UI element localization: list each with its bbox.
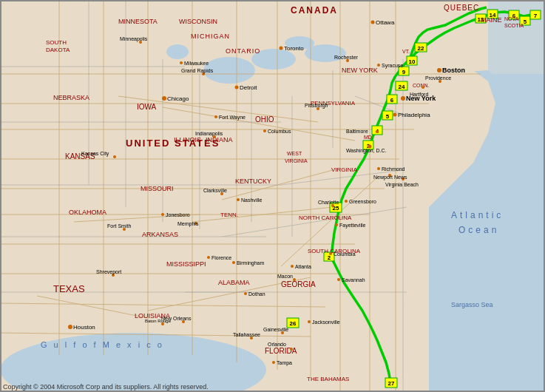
svg-text:MAINE: MAINE [481, 16, 502, 24]
svg-text:Indianapolis: Indianapolis [195, 131, 223, 137]
svg-text:2: 2 [328, 254, 331, 261]
svg-text:Fayetteville: Fayetteville [339, 223, 366, 229]
svg-text:Charlotte: Charlotte [318, 200, 339, 205]
svg-text:Virginia Beach: Virginia Beach [385, 182, 419, 188]
svg-text:SCOTIA: SCOTIA [504, 23, 524, 28]
svg-text:Macon: Macon [277, 274, 293, 279]
svg-text:Grand Rapids: Grand Rapids [181, 68, 214, 74]
svg-text:SOUTH: SOUTH [46, 39, 67, 46]
svg-text:Baltimore: Baltimore [346, 129, 368, 134]
svg-text:10: 10 [409, 58, 416, 65]
svg-text:OHIO: OHIO [255, 115, 274, 124]
svg-text:Sargasso Sea: Sargasso Sea [451, 301, 493, 308]
svg-text:Rochester: Rochester [334, 55, 359, 60]
svg-point-129 [162, 96, 166, 101]
svg-text:INDIANA: INDIANA [206, 136, 233, 143]
svg-text:Boston: Boston [442, 67, 465, 74]
svg-text:OKLAHOMA: OKLAHOMA [69, 209, 106, 216]
svg-text:NEW YORK: NEW YORK [342, 67, 378, 74]
svg-text:27: 27 [388, 380, 395, 387]
svg-text:Detroit: Detroit [240, 84, 257, 91]
svg-text:Providence: Providence [425, 75, 451, 81]
svg-point-179 [422, 86, 424, 89]
svg-text:QUEBEC: QUEBEC [444, 4, 479, 12]
svg-text:MISSISSIPPI: MISSISSIPPI [166, 260, 206, 268]
svg-text:MINNESOTA: MINNESOTA [118, 18, 158, 25]
svg-point-175 [377, 64, 380, 67]
svg-point-219 [207, 256, 210, 259]
svg-text:Clarksville: Clarksville [203, 188, 227, 193]
svg-point-195 [329, 252, 332, 255]
svg-point-197 [335, 223, 338, 226]
svg-point-169 [113, 155, 116, 158]
svg-text:Washington, D.C.: Washington, D.C. [346, 148, 387, 154]
svg-text:Jonesboro: Jonesboro [166, 212, 190, 217]
svg-text:WISCONSIN: WISCONSIN [179, 18, 217, 25]
svg-text:Syracuse: Syracuse [382, 63, 403, 69]
svg-text:DAKOTA: DAKOTA [46, 47, 70, 53]
svg-text:Fort Smith: Fort Smith [107, 223, 131, 229]
svg-text:Baton Rouge: Baton Rouge [145, 319, 172, 323]
svg-text:Houston: Houston [73, 324, 95, 331]
svg-text:WEST: WEST [287, 151, 302, 156]
svg-point-161 [308, 320, 311, 323]
svg-point-145 [376, 130, 379, 133]
svg-text:VT.: VT. [402, 49, 410, 54]
svg-text:Tallahassee: Tallahassee [233, 332, 260, 337]
svg-text:ARKANSAS: ARKANSAS [142, 231, 178, 238]
svg-text:Atlantic: Atlantic [451, 210, 504, 220]
svg-text:Pittsburgh: Pittsburgh [305, 103, 328, 109]
svg-text:Ocean: Ocean [458, 225, 499, 235]
svg-text:7: 7 [534, 13, 538, 19]
svg-text:Dothan: Dothan [248, 291, 265, 297]
svg-text:Minneapolis: Minneapolis [120, 36, 148, 42]
svg-text:22: 22 [418, 45, 424, 52]
svg-text:G u l f   o f   M e x i c o: G u l f o f M e x i c o [41, 340, 164, 349]
svg-text:Milwaukee: Milwaukee [184, 61, 209, 66]
svg-text:Philadelphia: Philadelphia [398, 112, 430, 118]
svg-point-223 [244, 292, 247, 295]
svg-text:Hartford: Hartford [410, 92, 428, 97]
svg-text:TENN.: TENN. [220, 212, 238, 218]
svg-point-153 [237, 198, 240, 201]
svg-text:Nashville: Nashville [241, 197, 263, 203]
svg-text:Atlanta: Atlanta [295, 264, 311, 269]
svg-text:Greensboro: Greensboro [349, 199, 376, 204]
svg-text:Tampa: Tampa [277, 360, 292, 366]
svg-text:24: 24 [399, 84, 405, 90]
svg-text:Newport News: Newport News [373, 175, 407, 180]
svg-text:Toronto: Toronto [284, 45, 304, 52]
svg-point-133 [280, 47, 283, 50]
svg-text:Savannah: Savannah [342, 277, 365, 283]
copyright-text: Copyright © 2004 Microsoft Corp and its … [3, 383, 209, 391]
svg-point-191 [214, 115, 217, 118]
svg-text:THE BAHAMAS: THE BAHAMAS [307, 376, 349, 382]
svg-text:CANADA: CANADA [291, 5, 338, 16]
map-svg: 27 26 25 2 3 4 5 [0, 0, 545, 392]
svg-text:MD.: MD. [364, 135, 373, 140]
svg-text:6: 6 [390, 97, 394, 104]
svg-text:5: 5 [524, 18, 527, 25]
svg-point-183 [345, 200, 348, 203]
svg-text:Shreveport: Shreveport [96, 269, 121, 275]
svg-text:KENTUCKY: KENTUCKY [235, 178, 271, 185]
svg-text:CONN.: CONN. [413, 83, 430, 88]
svg-point-187 [272, 361, 275, 364]
svg-text:Florence: Florence [211, 255, 231, 260]
svg-point-137 [437, 68, 441, 72]
svg-text:MISSOURI: MISSOURI [141, 185, 174, 192]
lake-superior [166, 44, 189, 59]
svg-text:NORTH CAROLINA: NORTH CAROLINA [299, 214, 352, 221]
svg-text:ALABAMA: ALABAMA [218, 279, 250, 286]
map-container: 27 26 25 2 3 4 5 [0, 0, 545, 392]
svg-point-193 [232, 261, 235, 264]
svg-text:ONTARIO: ONTARIO [226, 47, 260, 55]
svg-text:Ottawa: Ottawa [376, 19, 395, 26]
svg-text:Birmingham: Birmingham [237, 260, 265, 266]
svg-point-221 [293, 278, 296, 281]
svg-point-215 [161, 213, 164, 216]
svg-text:VIRGINIA: VIRGINIA [331, 166, 358, 173]
svg-point-181 [377, 167, 380, 170]
svg-text:TEXAS: TEXAS [53, 283, 85, 294]
svg-point-135 [371, 21, 375, 24]
